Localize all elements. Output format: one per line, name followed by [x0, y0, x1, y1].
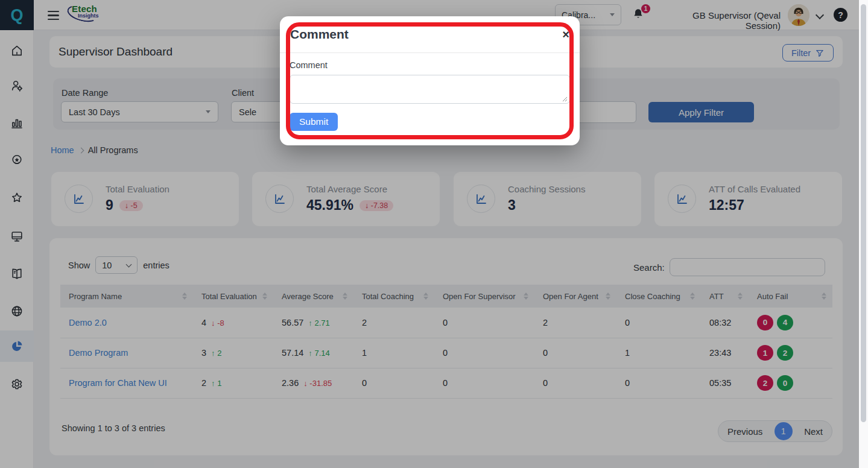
modal-body: Comment Submit: [280, 53, 580, 131]
scrollbar-thumb[interactable]: [861, 4, 866, 422]
submit-button[interactable]: Submit: [290, 113, 338, 131]
scrollbar-track[interactable]: [859, 0, 868, 468]
comment-textarea[interactable]: [290, 75, 570, 104]
comment-modal: Comment × Comment Submit: [280, 16, 580, 145]
close-icon[interactable]: ×: [562, 28, 569, 40]
modal-title: Comment: [290, 27, 349, 42]
comment-field-label: Comment: [290, 60, 570, 70]
modal-header: Comment ×: [280, 16, 580, 53]
